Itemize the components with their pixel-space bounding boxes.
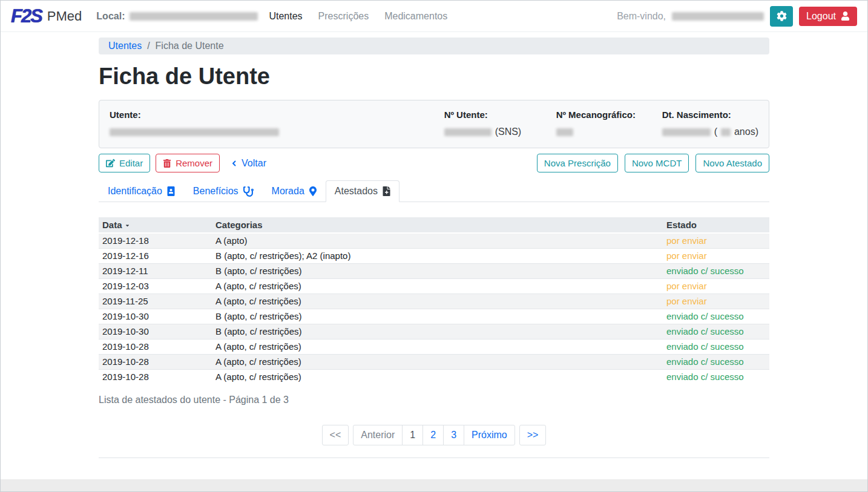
- nav-item-prescricoes[interactable]: Prescrições: [318, 11, 369, 22]
- pagination-button[interactable]: <<: [322, 425, 349, 445]
- nr-utente-value: (SNS): [444, 127, 556, 137]
- f2s-logo: F2S: [11, 5, 42, 27]
- pagination-button[interactable]: Próximo: [464, 425, 515, 445]
- remover-label: Remover: [176, 158, 212, 168]
- logout-button[interactable]: Logout: [799, 7, 857, 26]
- pencil-square-icon: [106, 159, 115, 168]
- nr-utente-redacted: [444, 128, 492, 136]
- table-header-row: Data Categorias Estado: [99, 217, 769, 233]
- cell-date: 2019-12-18: [99, 233, 212, 248]
- anos-suffix: anos): [734, 126, 758, 137]
- cell-categories: B (apto, c/ restrições): [212, 309, 663, 324]
- tab-morada[interactable]: Morada: [263, 180, 326, 202]
- pagination-button[interactable]: 1: [402, 425, 423, 445]
- chevron-left-icon: [231, 159, 238, 168]
- id-badge-icon: [167, 186, 175, 196]
- mecanografico-label: Nº Mecanográfico:: [556, 110, 662, 120]
- cell-date: 2019-10-30: [99, 324, 212, 339]
- atestados-table: Data Categorias Estado 2019-12-18 A (apt…: [99, 217, 769, 384]
- nascimento-label: Dt. Nascimento:: [662, 110, 758, 120]
- page-title: Ficha de Utente: [99, 64, 769, 90]
- footer-strip: [1, 479, 867, 491]
- cell-categories: B (apto, c/ restrições); A2 (inapto): [212, 248, 663, 263]
- app-name: PMed: [47, 8, 82, 24]
- welcome-label: Bem-vindo,: [617, 11, 666, 22]
- cell-categories: A (apto, c/ restrições): [212, 369, 663, 384]
- cell-date: 2019-12-16: [99, 248, 212, 263]
- tab-beneficios[interactable]: Benefícios: [184, 180, 263, 202]
- table-row: 2019-12-16 B (apto, c/ restrições); A2 (…: [99, 248, 769, 263]
- caret-down-icon: [125, 220, 130, 230]
- tab-bar: Identificação Benefícios Morada Atestado…: [99, 180, 769, 202]
- table-row: 2019-12-11 B (apto, c/ restrições) envia…: [99, 263, 769, 278]
- pagination-last: >>: [519, 425, 547, 445]
- person-icon: [841, 11, 850, 21]
- field-nr-utente: Nº Utente: (SNS): [444, 110, 556, 137]
- table-row: 2019-10-28 A (apto, c/ restrições) envia…: [99, 354, 769, 369]
- editar-button[interactable]: Editar: [99, 154, 150, 172]
- local-label: Local:: [96, 11, 125, 22]
- nova-prescricao-button[interactable]: Nova Prescrição: [537, 154, 618, 172]
- cell-date: 2019-10-28: [99, 354, 212, 369]
- pagination-button[interactable]: >>: [519, 425, 547, 445]
- column-header-data[interactable]: Data: [99, 217, 212, 233]
- cell-date: 2019-12-03: [99, 278, 212, 294]
- pagination-button[interactable]: 2: [422, 425, 444, 445]
- local-value-redacted: [130, 12, 258, 21]
- user-name-redacted: [672, 12, 764, 21]
- table-row: 2019-10-28 A (apto, c/ restrições) envia…: [99, 339, 769, 354]
- tab-atestados[interactable]: Atestados: [326, 180, 399, 202]
- cell-date: 2019-12-11: [99, 263, 212, 278]
- patient-panel: Utente: Nº Utente: (SNS) Nº Mecanográfic…: [99, 100, 769, 148]
- pagination-button[interactable]: Anterior: [353, 425, 403, 445]
- settings-button[interactable]: [770, 6, 793, 27]
- main-nav: Utentes Prescrições Medicamentos: [269, 11, 447, 22]
- novo-mcdt-button[interactable]: Novo MCDT: [625, 154, 689, 172]
- nav-item-medicamentos[interactable]: Medicamentos: [384, 11, 447, 22]
- mecanografico-redacted: [556, 128, 573, 136]
- cell-date: 2019-10-28: [99, 369, 212, 384]
- utente-name-redacted: [110, 128, 279, 136]
- table-row: 2019-10-28 A (apto, c/ restrições) envia…: [99, 369, 769, 384]
- cell-date: 2019-11-25: [99, 294, 212, 309]
- file-medical-icon: [383, 186, 390, 196]
- tab-atestados-label: Atestados: [335, 186, 378, 197]
- cell-categories: B (apto, c/ restrições): [212, 263, 663, 278]
- data-column-label: Data: [102, 220, 122, 230]
- pagination-first: <<: [322, 425, 349, 445]
- voltar-label: Voltar: [242, 158, 266, 169]
- editar-label: Editar: [119, 158, 143, 168]
- new-document-buttons: Nova Prescrição Novo MCDT Novo Atestado: [537, 154, 769, 172]
- cell-status: enviado c/ sucesso: [663, 263, 769, 278]
- nascimento-value: ( anos): [662, 127, 758, 137]
- cell-status: enviado c/ sucesso: [663, 369, 769, 384]
- column-header-estado[interactable]: Estado: [663, 217, 769, 233]
- divider: [99, 458, 769, 458]
- stethoscope-icon: [243, 186, 254, 197]
- field-mecanografico: Nº Mecanográfico:: [556, 110, 662, 137]
- app-window: F2S PMed Local: Utentes Prescrições Medi…: [0, 0, 868, 492]
- cell-categories: A (apto, c/ restrições): [212, 294, 663, 309]
- brand[interactable]: F2S PMed: [11, 5, 82, 27]
- nav-item-utentes[interactable]: Utentes: [269, 11, 302, 22]
- cell-categories: A (apto): [212, 233, 663, 248]
- tab-identificacao[interactable]: Identificação: [99, 180, 184, 202]
- tab-morada-label: Morada: [272, 186, 304, 197]
- pagination-button[interactable]: 3: [443, 425, 464, 445]
- cell-status: enviado c/ sucesso: [663, 324, 769, 339]
- field-utente: Utente:: [110, 110, 444, 137]
- gear-icon: [777, 11, 787, 21]
- nascimento-date-redacted: [662, 128, 711, 136]
- novo-atestado-button[interactable]: Novo Atestado: [695, 154, 769, 172]
- voltar-link[interactable]: Voltar: [231, 158, 266, 169]
- breadcrumb-separator: /: [147, 41, 150, 51]
- column-header-categorias[interactable]: Categorias: [212, 217, 663, 233]
- navbar: F2S PMed Local: Utentes Prescrições Medi…: [1, 1, 867, 32]
- table-row: 2019-10-30 B (apto, c/ restrições) envia…: [99, 309, 769, 324]
- remover-button[interactable]: Remover: [156, 154, 220, 172]
- table-summary: Lista de atestados do utente - Página 1 …: [99, 395, 769, 405]
- actions-row: Editar Remover Voltar Nova Prescrição No…: [99, 154, 769, 172]
- mecanografico-value: [556, 127, 662, 137]
- cell-categories: A (apto, c/ restrições): [212, 339, 663, 354]
- breadcrumb-link-utentes[interactable]: Utentes: [108, 41, 142, 51]
